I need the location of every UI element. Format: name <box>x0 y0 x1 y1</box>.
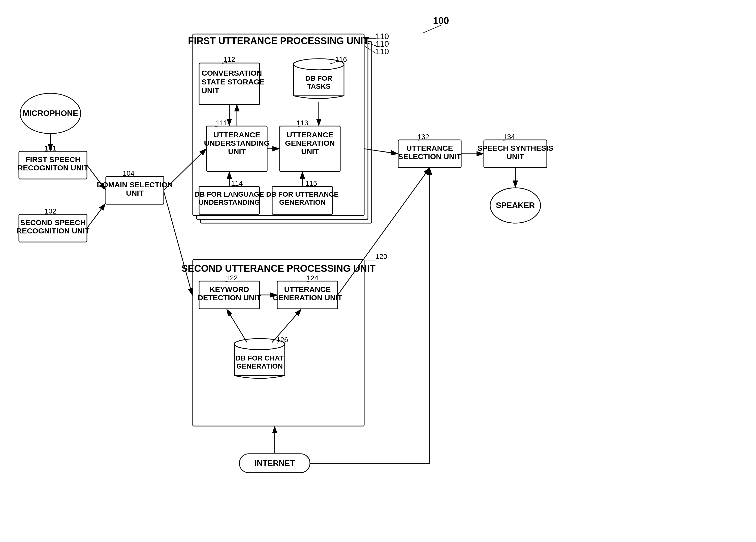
us-label-1: UTTERANCE <box>406 144 453 152</box>
ds-label-2: UNIT <box>126 189 144 197</box>
fsr-label-1: FIRST SPEECH <box>25 155 80 164</box>
db-lang-label-2: UNDERSTANDING <box>199 198 260 206</box>
ug2-label-2: GENERATION UNIT <box>273 294 342 302</box>
ref-122: 122 <box>226 274 238 282</box>
ref-126: 126 <box>276 336 288 344</box>
ds-label-1: DOMAIN SELECTION <box>97 180 173 189</box>
ref-100: 100 <box>433 15 449 26</box>
db-lang-label-1: DB FOR LANGUAGE <box>195 190 264 198</box>
ref-111: 111 <box>216 119 228 127</box>
ug1-label-3: UNIT <box>301 147 319 155</box>
fsr-label-2: RECOGNITON UNIT <box>17 164 88 172</box>
ssr-label-2: RECOGNITION UNIT <box>16 226 89 235</box>
db-chat-label-2: GENERATION <box>236 362 283 370</box>
ref-104: 104 <box>123 169 135 177</box>
uuu-label-1: UTTERANCE <box>214 131 260 139</box>
us-label-2: SELECTION UNIT <box>398 152 461 160</box>
uuu-label-2: UNDERSTANDING <box>204 139 270 147</box>
ref-132: 132 <box>418 133 429 141</box>
db-chat-label-1: DB FOR CHAT <box>236 354 284 362</box>
ug1-label-2: GENERATION <box>285 139 335 147</box>
kd-label-2: DETECTION UNIT <box>198 294 261 302</box>
ref-114: 114 <box>231 179 243 187</box>
first-utterance-processing-label: FIRST UTTERANCE PROCESSING UNIT <box>188 36 369 46</box>
db-utt-label-2: GENERATION <box>279 198 326 206</box>
kd-label-1: KEYWORD <box>210 285 249 294</box>
ref-120: 120 <box>375 252 387 260</box>
ug1-label-1: UTTERANCE <box>287 131 333 139</box>
fsr-to-ds-arrow <box>87 165 105 189</box>
diagram-container: 100 110 110 110 FIRST UTTERANCE PROCESSI… <box>0 0 756 542</box>
ug2-label-1: UTTERANCE <box>284 285 331 294</box>
ref-113: 113 <box>297 119 308 127</box>
ref-115: 115 <box>305 179 317 187</box>
ds-to-sup-arrow <box>164 191 192 295</box>
ref-112: 112 <box>224 55 235 63</box>
ref-116: 116 <box>335 55 347 63</box>
ssr-to-ds-arrow <box>87 204 105 228</box>
internet-label: INTERNET <box>255 459 295 468</box>
svg-line-2 <box>423 25 441 33</box>
conv-state-label-1: CONVERSATION <box>202 69 262 77</box>
ref-110c: 110 <box>375 47 389 56</box>
speaker-label: SPEAKER <box>496 201 535 210</box>
uuu-label-3: UNIT <box>228 147 246 155</box>
microphone-label: MICROPHONE <box>23 109 78 118</box>
db-tasks-label-2: TASKS <box>307 82 331 90</box>
sup-label: SECOND UTTERANCE PROCESSING UNIT <box>181 263 376 274</box>
ss-label-2: UNIT <box>507 152 524 160</box>
ss-label-1: SPEECH SYNTHESIS <box>477 144 553 152</box>
conv-state-label-3: UNIT <box>202 86 219 95</box>
db-tasks-label-1: DB FOR <box>305 74 332 82</box>
ref-134: 134 <box>503 133 515 141</box>
ssr-label-1: SECOND SPEECH <box>20 218 86 226</box>
ref-102: 102 <box>45 207 56 215</box>
conv-state-label-2: STATE STORAGE <box>202 78 265 86</box>
db-utt-label-1: DB FOR UTTERANCE <box>266 190 339 198</box>
ref-124: 124 <box>307 274 319 282</box>
